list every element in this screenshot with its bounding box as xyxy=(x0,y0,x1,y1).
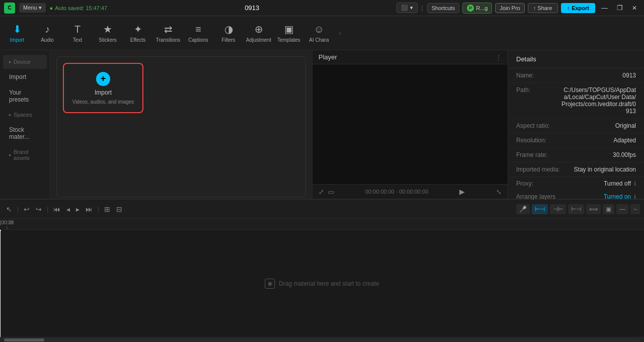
sidebar-item-your_presets[interactable]: Your presets xyxy=(3,85,47,107)
skip-end-button[interactable]: ⏭ xyxy=(84,203,95,215)
import-icon: ⬇ xyxy=(13,23,22,35)
transitions-label: Transitions xyxy=(156,37,181,43)
toolbar-item-effects[interactable]: ✦Effects xyxy=(123,18,153,48)
details-row-value: 30.00fps xyxy=(613,151,636,158)
import-button[interactable]: + Import Videos, audios, and images xyxy=(63,63,143,113)
picture-in-picture-button[interactable]: ▣ xyxy=(603,204,614,214)
proxy-label: Proxy: xyxy=(516,180,533,187)
mic-button[interactable]: 🎤 xyxy=(516,204,530,214)
scrollbar-thumb[interactable] xyxy=(4,338,44,341)
toolbar-item-adjustment[interactable]: ⊕Adjustment xyxy=(244,18,274,48)
clip-split-cyan-button[interactable]: ⊢⊣ xyxy=(532,204,548,214)
details-row: Name:0913 xyxy=(508,68,644,83)
timeline-right-tools: 🎤 ⊢⊣ ⊣⊢ ⊢⊣ ⟺ ▣ — − xyxy=(516,204,640,214)
shortcuts-button[interactable]: Shortcuts xyxy=(427,3,459,13)
details-row: Aspect ratio:Original xyxy=(508,119,644,133)
import-label: Import xyxy=(10,37,24,43)
toolbar-item-filters[interactable]: ◑Filters xyxy=(213,18,244,48)
ring-button[interactable]: P R...g xyxy=(462,3,492,14)
minimize-button[interactable]: — xyxy=(598,3,611,13)
top-right-actions: ⬛ ▾ | Shortcuts P R...g Join Pro ↑ Share… xyxy=(396,3,640,14)
captions-label: Captions xyxy=(188,37,208,43)
mute-button[interactable]: — xyxy=(616,204,628,214)
import-plus-icon: + xyxy=(96,72,110,86)
autosave-status: Auto saved: 15:47:47 xyxy=(50,5,108,11)
fullscreen-icon[interactable]: ⤢ xyxy=(318,188,324,196)
media-panel: + Import Videos, audios, and images xyxy=(50,50,312,199)
redo-button[interactable]: ↪ xyxy=(34,203,44,215)
split-button[interactable]: ⊞ xyxy=(102,203,112,215)
player-left-icons: ⤢ ▭ xyxy=(318,188,334,196)
toolbar-item-audio[interactable]: ♪Audio xyxy=(32,18,62,48)
import-label: Import xyxy=(95,89,112,96)
app-logo: C xyxy=(4,3,15,14)
adjustment-label: Adjustment xyxy=(246,37,271,43)
drag-hint: ▣ Drag material here and start to create xyxy=(265,279,379,289)
details-row-value: C:/Users/TOPGUS/AppData/Local/CapCut/Use… xyxy=(560,87,636,115)
toolbar-item-import[interactable]: ⬇Import xyxy=(2,18,32,48)
toolbar-item-templates[interactable]: ▣Templates xyxy=(274,18,304,48)
close-button[interactable]: ✕ xyxy=(629,4,640,13)
timeline-scrollbar[interactable] xyxy=(0,337,644,342)
stickers-label: Stickers xyxy=(99,37,117,43)
next-frame-button[interactable]: ▸ xyxy=(74,203,82,215)
export-button[interactable]: ↑ Export xyxy=(561,3,595,13)
player-menu-icon[interactable]: ⋮ xyxy=(496,54,502,61)
player-timecode: 00:00:00:00 · 00:00:00:00 xyxy=(365,189,428,195)
clip-join-button[interactable]: ⊣⊢ xyxy=(550,204,566,214)
crop-icon[interactable]: ▭ xyxy=(328,188,334,196)
toolbar-item-stickers[interactable]: ★Stickers xyxy=(93,18,123,48)
details-row-label: Resolution: xyxy=(516,137,546,144)
toolbar-item-ai_chara[interactable]: ☺AI Chara xyxy=(304,18,334,48)
details-row: Path:C:/Users/TOPGUS/AppData/Local/CapCu… xyxy=(508,83,644,119)
share-button[interactable]: ↑ Share xyxy=(528,3,558,13)
player-title: Player xyxy=(318,53,337,61)
details-row: Frame rate:30.00fps xyxy=(508,148,644,162)
details-row: Resolution:Adapted xyxy=(508,133,644,148)
audio-icon: ♪ xyxy=(45,24,50,35)
timeline-content: |00:00|00:03|00:06|00:09|00:12|00:15|00:… xyxy=(0,219,644,337)
zoom-out-button[interactable]: − xyxy=(630,204,640,214)
fullscreen-button[interactable]: ⤡ xyxy=(496,188,502,196)
player-header: Player ⋮ xyxy=(312,50,508,64)
sidebar-item-import[interactable]: Import xyxy=(3,69,47,84)
toolbar-item-captions[interactable]: ≡Captions xyxy=(183,18,213,48)
ruler-tick: |00:21 xyxy=(0,220,14,230)
import-sublabel: Videos, audios, and images xyxy=(72,99,134,105)
details-row-label: Imported media: xyxy=(516,166,560,173)
delete-button[interactable]: ⊟ xyxy=(114,203,124,215)
toolbar-item-text[interactable]: TText xyxy=(62,18,93,48)
play-button[interactable]: ▶ xyxy=(459,188,465,196)
details-row-value: Original xyxy=(615,122,636,129)
stickers-icon: ★ xyxy=(103,23,112,35)
sidebar-item-stock_mater[interactable]: Stock mater... xyxy=(3,122,47,144)
toolbar-more-button[interactable]: › xyxy=(334,18,346,48)
undo-button[interactable]: ↩ xyxy=(22,203,32,215)
center-button[interactable]: ⟺ xyxy=(586,204,601,214)
cursor-tool[interactable]: ↖ xyxy=(4,203,14,215)
main-area: DeviceImportYour presetsSpacesStock mate… xyxy=(0,50,644,199)
proxy-info-icon[interactable]: ℹ xyxy=(634,181,636,187)
arrange-layers-info-icon[interactable]: ℹ xyxy=(634,194,636,200)
logo-icon: C xyxy=(4,3,15,14)
details-row-label: Name: xyxy=(516,72,534,79)
restore-button[interactable]: ❐ xyxy=(614,3,626,13)
join-pro-button[interactable]: Join Pro xyxy=(495,3,524,13)
adjustment-icon: ⊕ xyxy=(255,23,263,35)
sidebar-item-spaces[interactable]: Spaces xyxy=(3,108,47,122)
timeline-tracks: ▣ Drag material here and start to create xyxy=(0,230,644,337)
prev-frame-button[interactable]: ◂ xyxy=(64,203,72,215)
clip-trim-button[interactable]: ⊢⊣ xyxy=(568,204,584,214)
details-row-value: Stay in original location xyxy=(574,166,636,173)
details-panel: Details Name:0913Path:C:/Users/TOPGUS/Ap… xyxy=(508,50,644,199)
proxy-value: Turned off xyxy=(604,180,631,187)
menu-button[interactable]: Menu ▾ xyxy=(19,3,46,13)
details-row-label: Aspect ratio: xyxy=(516,122,550,129)
toolbar-item-transitions[interactable]: ⇄Transitions xyxy=(153,18,183,48)
skip-start-button[interactable]: ⏮ xyxy=(51,203,62,215)
player-controls: ⤢ ▭ 00:00:00:00 · 00:00:00:00 ▶ ⤡ xyxy=(312,184,508,199)
display-settings-button[interactable]: ⬛ ▾ xyxy=(396,3,417,13)
filters-icon: ◑ xyxy=(224,23,233,35)
sidebar-item-device[interactable]: Device xyxy=(3,55,47,69)
sidebar-item-brand_assets[interactable]: Brand assets xyxy=(3,145,47,165)
